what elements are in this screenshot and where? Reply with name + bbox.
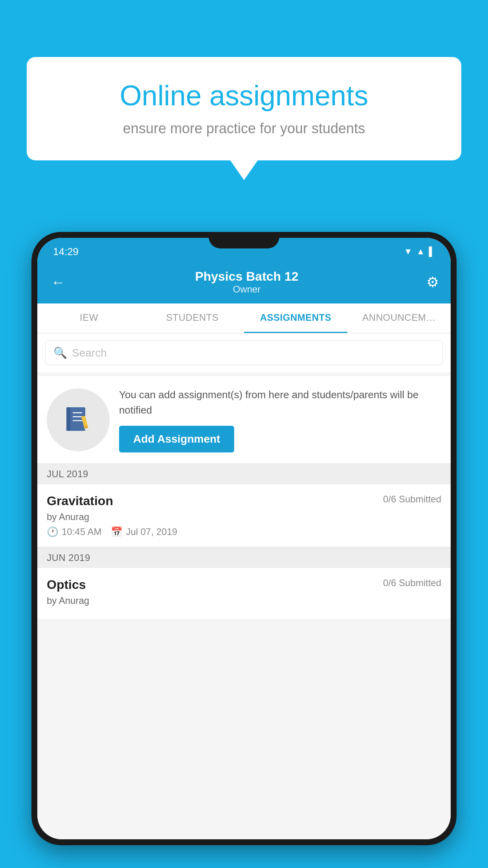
assignment-header-optics: Optics 0/6 Submitted: [47, 577, 441, 592]
month-separator-jul: JUL 2019: [37, 463, 451, 484]
header-title-block: Physics Batch 12 Owner: [195, 269, 298, 295]
assignment-meta-gravitation: 🕐 10:45 AM 📅 Jul 07, 2019: [47, 526, 441, 537]
header-title: Physics Batch 12: [195, 269, 298, 284]
calendar-icon: 📅: [111, 526, 123, 537]
assignment-by-optics: by Anurag: [47, 595, 441, 606]
header-subtitle: Owner: [195, 284, 298, 295]
month-separator-jun: JUN 2019: [37, 547, 451, 568]
tab-announcements[interactable]: ANNOUNCEM…: [347, 303, 451, 333]
status-icons: ▼ ▲ ▌: [404, 246, 435, 257]
battery-icon: ▌: [429, 246, 435, 257]
tab-assignments[interactable]: ASSIGNMENTS: [244, 303, 347, 333]
search-icon: 🔍: [53, 346, 67, 359]
speech-bubble-arrow: [230, 160, 258, 180]
assignment-header: Gravitation 0/6 Submitted: [47, 494, 441, 508]
phone-notch: [209, 232, 279, 248]
assignment-time-text: 10:45 AM: [62, 526, 101, 537]
phone-mockup: 14:29 ▼ ▲ ▌ ← Physics Batch 12 Owner ⚙ I…: [31, 232, 457, 845]
add-assignment-button[interactable]: Add Assignment: [119, 426, 234, 452]
assignment-title-optics: Optics: [47, 577, 86, 592]
clock-icon: 🕐: [47, 526, 59, 537]
content-area: 🔍 Search: [37, 333, 451, 839]
assignment-item-gravitation[interactable]: Gravitation 0/6 Submitted by Anurag 🕐 10…: [37, 484, 451, 547]
notebook-icon-circle: [47, 388, 110, 451]
assignment-date-gravitation: 📅 Jul 07, 2019: [111, 526, 177, 537]
search-container: 🔍 Search: [37, 333, 451, 372]
assignment-date-text: Jul 07, 2019: [126, 526, 177, 537]
notebook-icon: [62, 404, 94, 436]
tab-students[interactable]: STUDENTS: [141, 303, 244, 333]
speech-bubble: Online assignments ensure more practice …: [27, 57, 461, 160]
speech-bubble-title: Online assignments: [50, 79, 438, 112]
phone-screen: 14:29 ▼ ▲ ▌ ← Physics Batch 12 Owner ⚙ I…: [37, 238, 451, 839]
tab-iew[interactable]: IEW: [37, 303, 141, 333]
speech-bubble-container: Online assignments ensure more practice …: [27, 57, 461, 180]
assignment-item-optics[interactable]: Optics 0/6 Submitted by Anurag: [37, 568, 451, 620]
search-input-wrapper[interactable]: 🔍 Search: [45, 340, 443, 365]
back-button[interactable]: ←: [49, 272, 67, 292]
assignment-submitted-optics: 0/6 Submitted: [383, 577, 441, 588]
promo-text-block: You can add assignment(s) from here and …: [119, 387, 441, 452]
status-time: 14:29: [53, 246, 79, 258]
app-header: ← Physics Batch 12 Owner ⚙: [37, 262, 451, 303]
speech-bubble-subtitle: ensure more practice for your students: [50, 120, 438, 137]
wifi-icon: ▼: [404, 246, 413, 257]
promo-description: You can add assignment(s) from here and …: [119, 387, 441, 418]
promo-block: You can add assignment(s) from here and …: [37, 376, 451, 463]
search-placeholder-text: Search: [72, 347, 107, 359]
svg-rect-1: [66, 407, 70, 431]
assignment-title-gravitation: Gravitation: [47, 494, 113, 508]
signal-icon: ▲: [416, 246, 425, 257]
tabs-container: IEW STUDENTS ASSIGNMENTS ANNOUNCEM…: [37, 303, 451, 333]
assignment-time-gravitation: 🕐 10:45 AM: [47, 526, 101, 537]
assignment-by-gravitation: by Anurag: [47, 511, 441, 522]
gear-icon[interactable]: ⚙: [426, 274, 439, 291]
assignment-submitted-gravitation: 0/6 Submitted: [383, 494, 441, 505]
